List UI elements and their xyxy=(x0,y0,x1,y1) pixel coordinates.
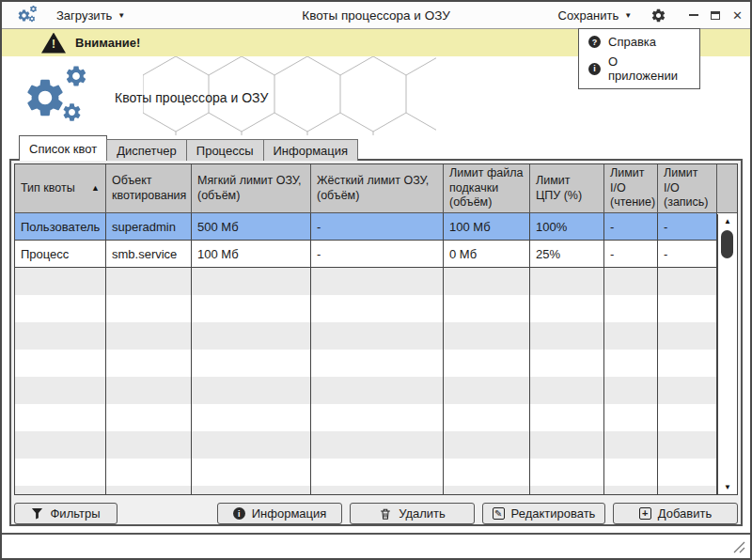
menu-item-about-label: О приложении xyxy=(608,54,690,83)
tab-bar: Список квот Диспетчер Процессы Информаци… xyxy=(2,137,750,161)
trash-icon xyxy=(379,507,392,521)
scroll-down-icon[interactable]: ▼ xyxy=(718,480,737,494)
empty-table-row xyxy=(15,377,717,404)
edit-icon: ✎ xyxy=(493,507,505,520)
status-bar xyxy=(2,533,750,558)
settings-dropdown-menu: ? Справка i О приложении xyxy=(578,28,700,89)
menu-item-help[interactable]: ? Справка xyxy=(579,32,699,52)
cell-cpu: 100% xyxy=(530,213,604,240)
sort-asc-icon: ▲ xyxy=(91,183,100,194)
column-header-quota-type[interactable]: Тип квоты ▲ xyxy=(15,164,106,212)
empty-table-row xyxy=(15,322,717,350)
load-button[interactable]: Загрузить ▼ xyxy=(56,8,125,23)
cell-io-read: - xyxy=(604,213,658,240)
table-row-selected[interactable]: Пользователь superadmin 500 Мб - 100 Мб … xyxy=(15,213,717,241)
column-header-io-read-limit[interactable]: Лимит I/O (чтение) xyxy=(604,164,658,212)
empty-table-row xyxy=(15,295,717,322)
header-scroll-gap xyxy=(717,164,737,212)
empty-table-row xyxy=(15,431,717,459)
minimize-button[interactable] xyxy=(689,14,698,16)
quota-table: Тип квоты ▲ Объект квотирования Мягкий л… xyxy=(14,163,738,495)
empty-table-row xyxy=(15,350,717,377)
save-button[interactable]: Сохранить ▼ xyxy=(558,8,633,23)
maximize-button[interactable] xyxy=(711,11,720,20)
close-button[interactable]: ✕ xyxy=(732,9,743,22)
chevron-down-icon: ▼ xyxy=(624,11,632,20)
column-header-soft-ram-limit[interactable]: Мягкий лимит ОЗУ, (объём) xyxy=(192,164,311,212)
scrollbar-thumb[interactable] xyxy=(721,230,733,258)
app-window: Загрузить ▼ Квоты процессора и ОЗУ Сохра… xyxy=(0,0,752,560)
empty-table-row xyxy=(15,404,717,431)
warning-text: Внимание! xyxy=(75,36,140,50)
menu-item-help-label: Справка xyxy=(608,35,656,49)
filter-icon xyxy=(31,507,43,520)
tab-quota-list[interactable]: Список квот xyxy=(19,135,107,161)
cell-soft-ram: 500 Мб xyxy=(192,213,311,240)
table-row[interactable]: Процесс smb.service 100 Мб - 0 Мб 25% - … xyxy=(15,241,717,268)
cell-soft-ram: 100 Мб xyxy=(192,241,311,267)
resize-grip-icon[interactable] xyxy=(733,541,745,553)
warning-icon: ! xyxy=(41,33,66,54)
column-header-io-write-limit[interactable]: Лимит I/O (запись) xyxy=(658,164,717,212)
cell-hard-ram: - xyxy=(311,241,444,267)
load-label: Загрузить xyxy=(56,8,112,23)
cell-hard-ram: - xyxy=(311,213,444,240)
cell-io-read: - xyxy=(604,241,658,267)
column-header-quota-object[interactable]: Объект квотирования xyxy=(106,164,192,212)
scroll-up-icon[interactable]: ▲ xyxy=(718,214,737,228)
cell-quota-object: smb.service xyxy=(106,241,192,267)
cell-quota-type: Процесс xyxy=(15,241,106,267)
page-title: Квоты процессора и ОЗУ xyxy=(115,90,268,105)
cell-quota-object: superadmin xyxy=(106,213,192,240)
chevron-down-icon: ▼ xyxy=(118,11,125,20)
empty-table-row xyxy=(15,268,717,295)
title-bar: Загрузить ▼ Квоты процессора и ОЗУ Сохра… xyxy=(2,2,750,29)
help-icon: ? xyxy=(588,36,601,48)
plus-icon xyxy=(639,507,651,520)
settings-gear-icon[interactable] xyxy=(650,8,666,23)
cell-io-write: - xyxy=(658,241,717,267)
cell-cpu: 25% xyxy=(530,241,604,267)
delete-button[interactable]: Удалить xyxy=(350,503,475,524)
vertical-scrollbar[interactable]: ▲ ▼ xyxy=(717,214,737,494)
info-icon: i xyxy=(588,63,601,75)
tab-dispatcher[interactable]: Диспетчер xyxy=(106,139,187,161)
cell-quota-type: Пользователь xyxy=(15,213,106,240)
quota-list-panel: Тип квоты ▲ Объект квотирования Мягкий л… xyxy=(9,159,743,526)
empty-table-row xyxy=(15,459,717,486)
empty-table-row xyxy=(15,486,717,495)
cell-swap: 0 Мб xyxy=(444,241,530,267)
column-header-hard-ram-limit[interactable]: Жёсткий лимит ОЗУ, (объём) xyxy=(311,164,444,212)
column-header-swap-limit[interactable]: Лимит файла подкачки (объём) xyxy=(444,164,530,212)
action-button-row: Фильтры i Информация Удалить ✎ Редактиро… xyxy=(14,503,738,524)
menu-item-about[interactable]: i О приложении xyxy=(579,52,699,86)
tab-information[interactable]: Информация xyxy=(263,139,359,161)
app-logo-gears-icon xyxy=(17,5,41,25)
column-header-cpu-limit[interactable]: Лимит ЦПУ (%) xyxy=(530,164,604,212)
cell-swap: 100 Мб xyxy=(444,213,530,240)
app-logo-gears-icon xyxy=(23,64,109,130)
edit-button[interactable]: ✎ Редактировать xyxy=(482,503,605,524)
filters-button[interactable]: Фильтры xyxy=(14,503,118,524)
table-header-row: Тип квоты ▲ Объект квотирования Мягкий л… xyxy=(15,164,737,213)
save-label: Сохранить xyxy=(558,8,619,23)
cell-io-write: - xyxy=(658,213,717,240)
add-button[interactable]: Добавить xyxy=(613,503,738,524)
empty-rows-area xyxy=(15,268,737,495)
info-icon: i xyxy=(233,507,245,520)
information-button[interactable]: i Информация xyxy=(217,503,342,524)
tab-processes[interactable]: Процессы xyxy=(186,139,264,161)
